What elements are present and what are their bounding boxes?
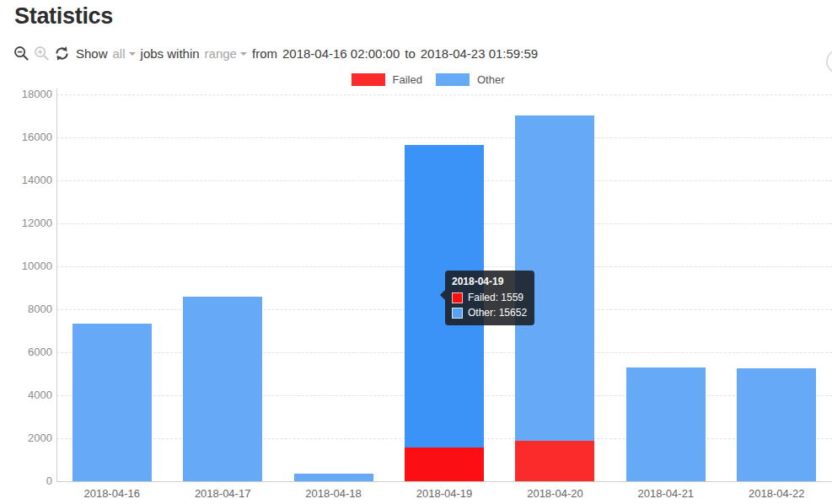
x-axis-tick-label: 2018-04-17 (168, 487, 278, 500)
jobs-bar-chart: FailedOther 0200040006000800010000120001… (0, 0, 832, 504)
legend-swatch (352, 73, 385, 86)
tooltip-swatch (452, 308, 463, 319)
y-gridline (56, 137, 832, 138)
legend-label: Failed (393, 73, 422, 86)
tooltip-swatch (452, 292, 463, 303)
x-axis-tick-label: 2018-04-21 (610, 487, 721, 500)
y-axis-tick-label: 2000 (2, 432, 52, 444)
y-axis-tick-label: 4000 (2, 389, 52, 401)
x-axis-tick-label: 2018-04-18 (278, 487, 389, 500)
y-axis-tick-label: 0 (2, 475, 52, 487)
y-axis-tick-label: 16000 (2, 131, 52, 143)
x-axis-tick-label: 2018-04-22 (722, 487, 832, 500)
tooltip-title: 2018-04-19 (452, 276, 527, 288)
bar-failed-2018-04-19[interactable] (405, 448, 484, 481)
x-axis-tick-label: 2018-04-20 (500, 487, 610, 500)
bar-other-2018-04-17[interactable] (183, 297, 262, 481)
bar-other-2018-04-16[interactable] (72, 324, 152, 481)
x-axis-tick-label: 2018-04-16 (56, 487, 167, 500)
chart-legend: FailedOther (12, 73, 832, 86)
tooltip-item-text: Failed: 1559 (468, 292, 523, 304)
bar-other-2018-04-22[interactable] (737, 368, 816, 481)
tooltip-rows: Failed: 1559Other: 15652 (452, 292, 527, 319)
legend-item-failed[interactable]: Failed (352, 73, 422, 86)
legend-label: Other (477, 73, 505, 86)
legend-swatch (436, 73, 470, 86)
bar-failed-2018-04-20[interactable] (515, 441, 594, 481)
bar-other-2018-04-18[interactable] (294, 474, 373, 481)
y-axis-tick-label: 10000 (2, 260, 52, 272)
y-gridline (56, 94, 832, 95)
x-axis-tick-label: 2018-04-19 (389, 487, 500, 500)
y-axis-tick-label: 8000 (2, 303, 52, 315)
y-axis-tick-label: 6000 (2, 346, 52, 358)
tooltip-row: Failed: 1559 (452, 292, 527, 304)
y-axis-line (56, 88, 57, 481)
chart-tooltip: 2018-04-19 Failed: 1559Other: 15652 (445, 271, 534, 325)
y-axis-tick-label: 18000 (2, 88, 52, 100)
y-axis-tick-label: 12000 (2, 217, 52, 229)
y-axis-tick-label: 14000 (2, 174, 52, 186)
legend-item-other[interactable]: Other (436, 73, 505, 86)
tooltip-row: Other: 15652 (452, 307, 527, 319)
x-axis-line (56, 481, 832, 482)
tooltip-item-text: Other: 15652 (468, 307, 527, 319)
bar-other-2018-04-21[interactable] (626, 367, 706, 481)
